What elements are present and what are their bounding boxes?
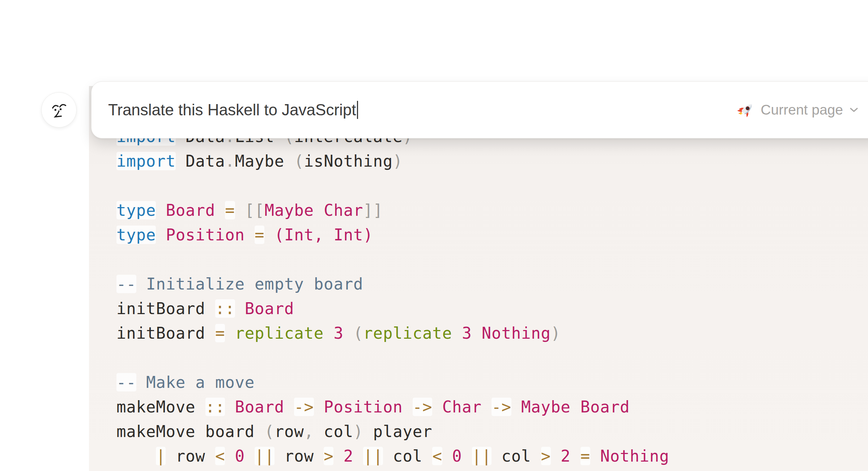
code-token xyxy=(225,447,235,465)
rocket-emoji-icon xyxy=(737,101,755,119)
code-token xyxy=(452,324,462,342)
code-token: -- xyxy=(116,275,136,293)
code-token: initBoard xyxy=(116,324,215,342)
code-token: Char xyxy=(442,398,482,416)
code-token xyxy=(314,201,324,219)
code-token xyxy=(225,324,235,342)
code-token: row xyxy=(275,422,304,441)
code-token: 3 xyxy=(462,324,472,342)
code-token: col xyxy=(492,447,541,465)
code-token xyxy=(344,324,353,342)
chevron-down-icon xyxy=(850,107,858,113)
code-line xyxy=(116,174,669,198)
code-token xyxy=(324,324,333,342)
code-token: import xyxy=(116,152,176,170)
code-token: ( xyxy=(275,226,284,244)
code-token xyxy=(590,447,600,465)
code-token: ]] xyxy=(363,201,383,219)
code-token: , xyxy=(304,422,314,441)
code-token: replicate xyxy=(363,324,452,342)
code-token: = xyxy=(255,226,264,244)
code-token xyxy=(442,447,452,465)
code-token: 2 xyxy=(344,447,353,465)
code-token: :: xyxy=(205,398,225,416)
code-token xyxy=(324,226,333,244)
code-token: replicate xyxy=(235,324,324,342)
code-token: Int xyxy=(333,226,363,244)
code-token: 0 xyxy=(235,447,245,465)
code-token: < xyxy=(432,447,442,465)
code-token: ) xyxy=(353,422,363,441)
code-token: isNothing xyxy=(304,152,393,170)
code-token: Position xyxy=(166,226,244,244)
code-token: :: xyxy=(215,299,235,318)
code-token: < xyxy=(215,447,225,465)
code-token: Nothing xyxy=(600,447,669,465)
code-token: type xyxy=(116,226,156,244)
code-token: . xyxy=(225,152,235,170)
code-token: ) xyxy=(393,152,403,170)
code-token xyxy=(570,398,580,416)
code-token: ( xyxy=(353,324,363,342)
code-token xyxy=(116,447,156,465)
prompt-input[interactable]: Translate this Haskell to JavaScript xyxy=(108,101,737,119)
code-token: col xyxy=(314,422,353,441)
code-token: Board xyxy=(166,201,215,219)
code-token: -> xyxy=(413,398,433,416)
code-token: , xyxy=(314,226,324,244)
code-token: Data xyxy=(176,152,225,170)
ai-prompt-bar[interactable]: Translate this Haskell to JavaScript Cur… xyxy=(91,81,868,138)
code-token xyxy=(551,447,561,465)
code-line: -- Make a move xyxy=(116,370,669,395)
code-token: || xyxy=(472,447,492,465)
code-token: > xyxy=(324,447,333,465)
context-scope-dropdown[interactable]: Current page xyxy=(737,101,858,119)
code-line: initBoard = replicate 3 (replicate 3 Not… xyxy=(116,321,669,346)
code-token: = xyxy=(215,324,225,342)
code-token xyxy=(156,201,166,219)
code-token xyxy=(284,398,294,416)
code-token: = xyxy=(225,201,235,219)
code-token: Board xyxy=(235,398,284,416)
code-token: Maybe xyxy=(264,201,314,219)
code-token: -- xyxy=(116,373,136,391)
code-token xyxy=(403,398,412,416)
code-token: Initialize empty board xyxy=(136,275,363,293)
code-line: -- Initialize empty board xyxy=(116,272,669,296)
code-token xyxy=(156,226,166,244)
assistant-logo-button[interactable] xyxy=(41,92,77,128)
code-line: | row < 0 || row > 2 || col < 0 || col >… xyxy=(116,444,669,468)
code-token xyxy=(462,447,472,465)
prompt-input-text: Translate this Haskell to JavaScript xyxy=(108,101,356,119)
code-token: 2 xyxy=(561,447,570,465)
code-token xyxy=(571,447,580,465)
code-line: type Position = (Int, Int) xyxy=(116,223,669,247)
code-token xyxy=(333,447,343,465)
code-token: || xyxy=(363,447,383,465)
code-token: row xyxy=(166,447,215,465)
code-token: makeMove board xyxy=(116,422,264,441)
code-token xyxy=(264,226,274,244)
code-token xyxy=(314,398,324,416)
code-token: 3 xyxy=(333,324,343,342)
code-line: makeMove board (row, col) player xyxy=(116,419,669,444)
code-token xyxy=(235,201,245,219)
code-token: ) xyxy=(363,226,373,244)
code-token: Maybe xyxy=(521,398,570,416)
code-token xyxy=(511,398,521,416)
code-token: -> xyxy=(492,398,511,416)
code-token: Make a move xyxy=(136,373,255,391)
code-token: ( xyxy=(264,422,274,441)
haskell-code: import Data.List (intercalate)import Dat… xyxy=(116,124,669,471)
code-token xyxy=(472,324,482,342)
code-token xyxy=(225,398,235,416)
code-line: import Data.Maybe (isNothing) xyxy=(116,149,669,174)
code-token: player xyxy=(363,422,432,441)
code-line: type Board = [[Maybe Char]] xyxy=(116,198,669,223)
code-token: Nothing xyxy=(482,324,551,342)
code-token: initBoard xyxy=(116,299,215,318)
code-token: | xyxy=(156,447,166,465)
text-caret xyxy=(357,101,358,119)
code-token xyxy=(215,201,225,219)
scope-label: Current page xyxy=(761,102,843,118)
